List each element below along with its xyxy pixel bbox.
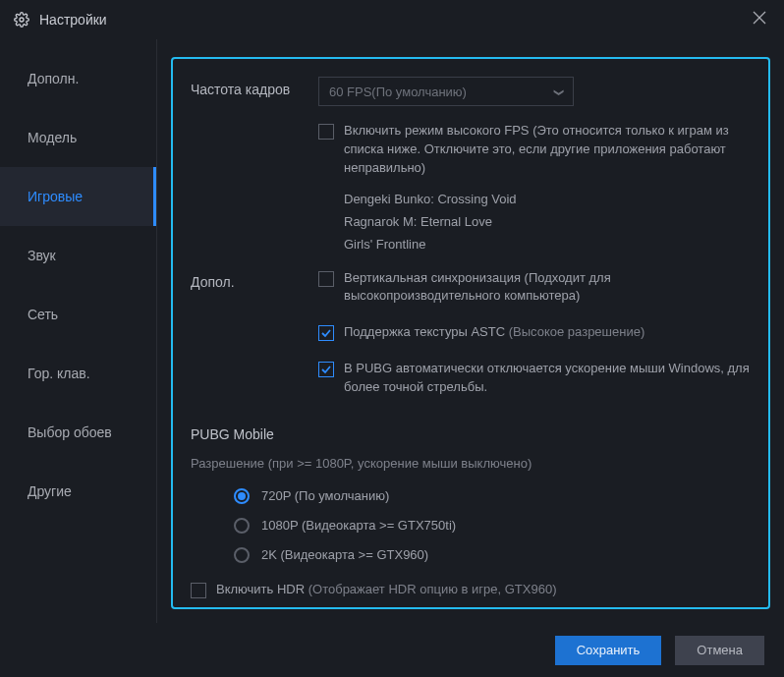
- astc-option[interactable]: Поддержка текстуры ASTC (Высокое разреше…: [318, 323, 751, 342]
- vsync-option[interactable]: Вертикальная синхронизация (Подходит для…: [318, 269, 751, 307]
- astc-text: Поддержка текстуры ASTC (Высокое разреше…: [344, 323, 751, 342]
- sidebar-item-model[interactable]: Модель: [0, 108, 156, 167]
- titlebar: Настройки: [0, 0, 784, 39]
- window-title: Настройки: [39, 12, 107, 28]
- svg-point-0: [20, 18, 24, 22]
- resolution-1080p[interactable]: 1080P (Видеокарта >= GTX750ti): [191, 518, 751, 534]
- check-icon: [321, 365, 331, 374]
- pubg-section-title: PUBG Mobile: [191, 426, 751, 442]
- row-fps: Частота кадров 60 FPS(По умолчанию) ❯: [191, 77, 751, 106]
- main: Дополн. Модель Игровые Звук Сеть Гор. кл…: [0, 39, 784, 623]
- sidebar: Дополн. Модель Игровые Звук Сеть Гор. кл…: [0, 39, 157, 623]
- gear-icon: [14, 12, 29, 28]
- sidebar-item-other[interactable]: Другие: [0, 462, 156, 521]
- check-icon: [321, 328, 331, 338]
- sidebar-item-hotkeys[interactable]: Гор. клав.: [0, 344, 156, 403]
- fps-selected-value: 60 FPS(По умолчанию): [329, 85, 467, 99]
- high-fps-checkbox[interactable]: [318, 124, 334, 140]
- high-fps-game-list: Dengeki Bunko: Crossing Void Ragnarok M:…: [344, 192, 751, 252]
- sidebar-item-additional[interactable]: Дополн.: [0, 49, 156, 108]
- pubg-mouse-text: В PUBG автоматически отключается ускорен…: [344, 360, 751, 397]
- content-wrapper: Частота кадров 60 FPS(По умолчанию) ❯ Вк…: [157, 39, 784, 623]
- sidebar-item-label: Гор. клав.: [28, 366, 90, 381]
- cancel-button[interactable]: Отмена: [675, 636, 764, 665]
- sidebar-item-label: Другие: [28, 483, 72, 499]
- chevron-down-icon: ❯: [554, 87, 565, 95]
- vsync-text: Вертикальная синхронизация (Подходит для…: [344, 269, 751, 307]
- sidebar-item-wallpaper[interactable]: Выбор обоев: [0, 403, 156, 462]
- pubg-resolution-note: Разрешение (при >= 1080P, ускорение мыши…: [191, 456, 751, 471]
- sidebar-item-label: Дополн.: [28, 71, 79, 86]
- titlebar-left: Настройки: [14, 12, 107, 28]
- hdr-text: Включить HDR (Отображает HDR опцию в игр…: [216, 581, 751, 599]
- sidebar-item-label: Выбор обоев: [28, 424, 112, 440]
- addl-label: Допол.: [191, 269, 318, 290]
- game-item: Dengeki Bunko: Crossing Void: [344, 192, 751, 206]
- sidebar-item-label: Звук: [28, 248, 56, 263]
- sidebar-item-gaming[interactable]: Игровые: [0, 167, 156, 226]
- resolution-2k[interactable]: 2K (Видеокарта >= GTX960): [191, 547, 751, 563]
- radio-2k[interactable]: [234, 547, 250, 563]
- game-item: Girls' Frontline: [344, 237, 751, 252]
- hdr-checkbox[interactable]: [191, 583, 206, 598]
- row-additional: Допол. Вертикальная синхронизация (Подхо…: [191, 269, 751, 411]
- radio-720p-label: 720P (По умолчанию): [261, 488, 389, 503]
- close-icon: [753, 11, 766, 25]
- radio-2k-label: 2K (Видеокарта >= GTX960): [261, 547, 428, 562]
- close-button[interactable]: [749, 7, 770, 32]
- pubg-mouse-checkbox[interactable]: [318, 362, 334, 377]
- high-fps-text: Включить режим высокого FPS (Это относит…: [344, 122, 751, 178]
- astc-checkbox[interactable]: [318, 325, 334, 341]
- sidebar-item-label: Сеть: [28, 307, 58, 322]
- fps-label: Частота кадров: [191, 77, 318, 97]
- radio-1080p-label: 1080P (Видеокарта >= GTX750ti): [261, 518, 456, 533]
- resolution-720p[interactable]: 720P (По умолчанию): [191, 488, 751, 504]
- vsync-checkbox[interactable]: [318, 271, 334, 287]
- row-high-fps: Включить режим высокого FPS (Это относит…: [191, 122, 751, 259]
- hdr-option[interactable]: Включить HDR (Отображает HDR опцию в игр…: [191, 581, 751, 599]
- sidebar-item-sound[interactable]: Звук: [0, 226, 156, 285]
- content-panel: Частота кадров 60 FPS(По умолчанию) ❯ Вк…: [171, 57, 770, 609]
- fps-select[interactable]: 60 FPS(По умолчанию) ❯: [318, 77, 574, 106]
- sidebar-item-network[interactable]: Сеть: [0, 285, 156, 344]
- radio-1080p[interactable]: [234, 518, 250, 534]
- sidebar-item-label: Модель: [28, 130, 77, 145]
- sidebar-item-label: Игровые: [28, 189, 83, 204]
- high-fps-option[interactable]: Включить режим высокого FPS (Это относит…: [318, 122, 751, 178]
- save-button[interactable]: Сохранить: [555, 636, 662, 665]
- game-item: Ragnarok M: Eternal Love: [344, 214, 751, 229]
- footer: Сохранить Отмена: [0, 623, 784, 677]
- pubg-mouse-option[interactable]: В PUBG автоматически отключается ускорен…: [318, 360, 751, 397]
- radio-720p[interactable]: [234, 488, 250, 504]
